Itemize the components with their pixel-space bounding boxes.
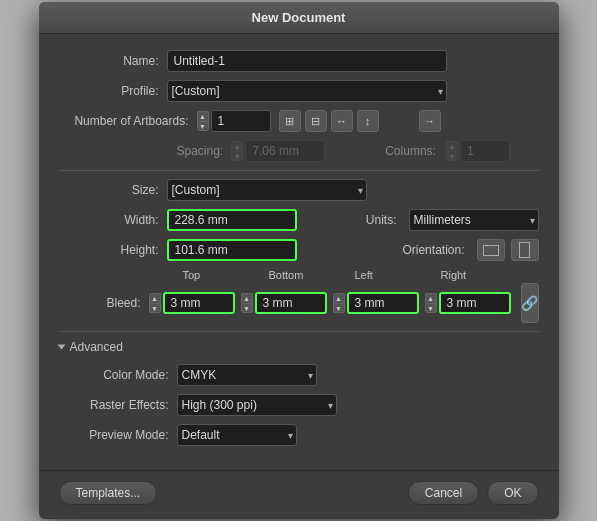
spacing-label: Spacing:: [177, 144, 224, 158]
bleed-top-input[interactable]: [163, 292, 235, 314]
height-input[interactable]: [167, 239, 297, 261]
color-mode-select[interactable]: CMYK RGB Grayscale: [177, 364, 317, 386]
bleed-bottom-input[interactable]: [255, 292, 327, 314]
artboards-right-arrow[interactable]: →: [419, 110, 441, 132]
units-select[interactable]: Millimeters Inches Pixels Points: [409, 209, 539, 231]
columns-label: Columns:: [385, 144, 436, 158]
raster-effects-label: Raster Effects:: [59, 398, 169, 412]
color-mode-label: Color Mode:: [59, 368, 169, 382]
bleed-left-arrows: ▲ ▼: [333, 293, 345, 313]
columns-spinner: ▲ ▼: [446, 140, 510, 162]
spacing-row: Spacing: ▲ ▼ Columns: ▲ ▼: [59, 140, 539, 162]
columns-up-arrow[interactable]: ▲: [446, 141, 458, 151]
columns-input[interactable]: [460, 140, 510, 162]
landscape-icon: [483, 245, 499, 256]
height-row: Height: Orientation:: [59, 239, 539, 261]
columns-spinner-arrows: ▲ ▼: [446, 141, 458, 161]
arrange-by-col-icon[interactable]: ↕: [357, 110, 379, 132]
dialog-footer: Templates... Cancel OK: [39, 470, 559, 519]
dialog-title: New Document: [39, 2, 559, 34]
preview-mode-select[interactable]: Default Pixel Overprint: [177, 424, 297, 446]
width-row: Width: Units: Millimeters Inches Pixels …: [59, 209, 539, 231]
artboards-label: Number of Artboards:: [59, 114, 189, 128]
bleed-left-up[interactable]: ▲: [333, 293, 345, 303]
bleed-right-wrap: ▲ ▼: [425, 292, 511, 314]
artboards-row: Number of Artboards: ▲ ▼ ⊞ ⊟ ↔ ↕ →: [59, 110, 539, 132]
width-label: Width:: [59, 213, 159, 227]
preview-mode-label: Preview Mode:: [59, 428, 169, 442]
spacing-spinner: ▲ ▼: [231, 140, 325, 162]
divider-1: [59, 170, 539, 171]
bleed-col-labels: Top Bottom Left Right: [59, 269, 539, 281]
advanced-toggle-triangle: [57, 345, 65, 350]
artboards-spinner-arrows: ▲ ▼: [197, 111, 209, 131]
advanced-toggle[interactable]: Advanced: [59, 340, 539, 354]
bleed-left-wrap: ▲ ▼: [333, 292, 419, 314]
width-input[interactable]: [167, 209, 297, 231]
spacing-up-arrow[interactable]: ▲: [231, 141, 243, 151]
units-label: Units:: [366, 213, 397, 227]
bleed-bottom-down[interactable]: ▼: [241, 303, 253, 313]
advanced-label: Advanced: [70, 340, 123, 354]
bleed-link-button[interactable]: 🔗: [521, 283, 539, 323]
bleed-top-up[interactable]: ▲: [149, 293, 161, 303]
artboard-layout-icons: ⊞ ⊟ ↔ ↕: [279, 110, 379, 132]
grid-by-col-icon[interactable]: ⊟: [305, 110, 327, 132]
bleed-bottom-up[interactable]: ▲: [241, 293, 253, 303]
bleed-bottom-arrows: ▲ ▼: [241, 293, 253, 313]
units-select-wrapper: Millimeters Inches Pixels Points: [409, 209, 539, 231]
raster-effects-row: Raster Effects: High (300 ppi) Medium (1…: [59, 394, 539, 416]
size-select-wrapper: [Custom] Letter Legal A4: [167, 179, 367, 201]
artboards-spinner: ▲ ▼: [197, 110, 271, 132]
name-input[interactable]: [167, 50, 447, 72]
spacing-input-field[interactable]: [245, 140, 325, 162]
profile-select[interactable]: [Custom] Print Web Mobile: [167, 80, 447, 102]
portrait-button[interactable]: [511, 239, 539, 261]
spacing-spinner-arrows: ▲ ▼: [231, 141, 243, 161]
preview-mode-row: Preview Mode: Default Pixel Overprint: [59, 424, 539, 446]
grid-by-row-icon[interactable]: ⊞: [279, 110, 301, 132]
artboards-up-arrow[interactable]: ▲: [197, 111, 209, 121]
bleed-section: Top Bottom Left Right Bleed: ▲ ▼ ▲: [59, 269, 539, 323]
new-document-dialog: New Document Name: Profile: [Custom] Pri…: [39, 2, 559, 519]
profile-row: Profile: [Custom] Print Web Mobile: [59, 80, 539, 102]
size-label: Size:: [59, 183, 159, 197]
bleed-left-input[interactable]: [347, 292, 419, 314]
dialog-body: Name: Profile: [Custom] Print Web Mobile…: [39, 34, 559, 470]
portrait-icon: [519, 242, 530, 258]
units-area: Units: Millimeters Inches Pixels Points: [366, 209, 539, 231]
bleed-top-arrows: ▲ ▼: [149, 293, 161, 313]
raster-effects-select-wrapper: High (300 ppi) Medium (150 ppi) Screen (…: [177, 394, 337, 416]
bleed-top-down[interactable]: ▼: [149, 303, 161, 313]
size-row: Size: [Custom] Letter Legal A4: [59, 179, 539, 201]
cancel-button[interactable]: Cancel: [408, 481, 479, 505]
bleed-right-down[interactable]: ▼: [425, 303, 437, 313]
height-label: Height:: [59, 243, 159, 257]
columns-down-arrow[interactable]: ▼: [446, 151, 458, 161]
artboards-down-arrow[interactable]: ▼: [197, 121, 209, 131]
orientation-area: Orientation:: [402, 239, 538, 261]
name-label: Name:: [59, 54, 159, 68]
bleed-top-wrap: ▲ ▼: [149, 292, 235, 314]
landscape-button[interactable]: [477, 239, 505, 261]
spacing-down-arrow[interactable]: ▼: [231, 151, 243, 161]
bleed-inputs-row: Bleed: ▲ ▼ ▲ ▼ ▲: [59, 283, 539, 323]
bleed-right-up[interactable]: ▲: [425, 293, 437, 303]
orientation-label: Orientation:: [402, 243, 464, 257]
bleed-left-down[interactable]: ▼: [333, 303, 345, 313]
advanced-section: Advanced Color Mode: CMYK RGB Grayscale …: [59, 331, 539, 446]
color-mode-select-wrapper: CMYK RGB Grayscale: [177, 364, 317, 386]
bleed-top-col-label: Top: [183, 269, 263, 281]
artboards-input[interactable]: [211, 110, 271, 132]
bleed-bottom-col-label: Bottom: [269, 269, 349, 281]
size-select[interactable]: [Custom] Letter Legal A4: [167, 179, 367, 201]
templates-button[interactable]: Templates...: [59, 481, 158, 505]
arrange-by-row-icon[interactable]: ↔: [331, 110, 353, 132]
bleed-right-input[interactable]: [439, 292, 511, 314]
color-mode-row: Color Mode: CMYK RGB Grayscale: [59, 364, 539, 386]
ok-button[interactable]: OK: [487, 481, 538, 505]
raster-effects-select[interactable]: High (300 ppi) Medium (150 ppi) Screen (…: [177, 394, 337, 416]
bleed-right-col-label: Right: [441, 269, 521, 281]
name-row: Name:: [59, 50, 539, 72]
bleed-label: Bleed:: [59, 296, 141, 310]
